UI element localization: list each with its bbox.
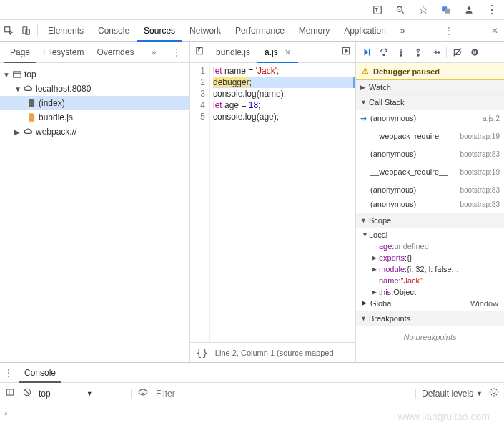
tab-page[interactable]: Page [4,42,36,63]
tab-performance[interactable]: Performance [228,20,292,42]
scope-global[interactable]: ▶GlobalWindow [356,298,504,309]
svg-point-6 [468,6,471,10]
svg-rect-28 [6,389,13,395]
translate-icon[interactable] [371,4,384,16]
step-over-icon[interactable] [376,44,392,60]
tree-bundle[interactable]: bundle.js [0,110,189,125]
menu-icon[interactable]: ⋮ [485,4,498,16]
tab-console[interactable]: Console [91,20,137,42]
tree-webpack[interactable]: ▶ webpack:// [0,125,189,139]
deactivate-bp-icon[interactable] [450,44,465,60]
drawer-tabs: ⋮ Console [0,363,504,383]
chevron-right-icon: ▶ [372,254,379,261]
drawer-tab-console[interactable]: Console [19,363,61,383]
eye-icon[interactable] [137,387,149,399]
window-icon [11,69,23,79]
step-icon[interactable] [428,44,443,60]
tab-network[interactable]: Network [182,20,228,42]
zoom-out-icon[interactable] [394,4,407,16]
code-area[interactable]: let name = 'Jack'; debugger; console.log… [210,63,355,342]
console-drawer: ⋮ Console top ▼ Default levels ▼ › [0,362,504,420]
tree-index[interactable]: (index) [0,96,189,110]
js-file-icon [26,112,37,122]
chevron-down-icon: ▼ [360,99,369,106]
chevron-down-icon: ▼ [3,71,11,79]
gutter: 1 2 3 4 5 [190,63,210,342]
toggle-sidebar-icon[interactable] [4,387,16,399]
scope-var[interactable]: name: "Jack" [356,275,504,286]
tab-overrides[interactable]: Overrides [91,42,139,63]
editor-status: {} Line 2, Column 1 (source mapped [190,342,355,362]
resume-icon[interactable] [359,44,375,60]
breakpoints-header[interactable]: ▼Breakpoints [356,311,504,326]
divider [37,24,38,37]
svg-rect-16 [369,49,370,55]
star-icon[interactable]: ☆ [417,4,430,16]
no-breakpoints-text: No breakpoints [356,327,504,347]
pause-exceptions-icon[interactable] [467,44,483,60]
warning-icon: ⚠ [362,67,369,76]
code-editor[interactable]: 1 2 3 4 5 let name = 'Jack'; debugger; c… [190,63,355,342]
step-out-icon[interactable] [410,44,426,60]
scope-var[interactable]: ▶module: {i: 32, l: false,… [356,263,504,275]
tree-top[interactable]: ▼ top [0,67,189,82]
scope-header[interactable]: ▼Scope [356,213,504,228]
inspect-icon[interactable] [0,26,17,36]
stack-frame[interactable]: ➔(anonymous)a.js:2 [356,111,504,125]
tab-elements[interactable]: Elements [41,20,91,42]
tree-host[interactable]: ▼ localhost:8080 [0,82,189,96]
svg-rect-26 [473,50,474,54]
clear-console-icon[interactable] [21,387,33,399]
profile-icon[interactable] [463,4,475,16]
navigator-overflow-icon[interactable]: » [147,47,161,57]
navigator-tabs: Page Filesystem Overrides » ⋮ [0,42,189,63]
devtools-menu-icon[interactable]: ⋮ [439,26,459,36]
svg-point-23 [438,51,440,52]
cloud-icon [23,84,34,94]
svg-point-32 [142,391,144,394]
drawer-menu-icon[interactable]: ⋮ [4,368,19,378]
close-icon[interactable]: ✕ [285,48,291,57]
file-tab-a[interactable]: a.js ✕ [257,42,298,63]
scope-local[interactable]: ▼Local [356,229,504,240]
code-line: console.log(name); [213,88,355,99]
file-tab-bundle[interactable]: bundle.js [209,42,257,63]
tabs-overflow-icon[interactable]: » [393,20,412,42]
callstack-header[interactable]: ▼Call Stack [356,95,504,110]
stack-frame[interactable]: __webpack_require__bootstrap:19 [356,125,504,147]
step-into-icon[interactable] [393,44,409,60]
code-line-active: debugger; [213,77,355,88]
svg-marker-14 [345,49,348,53]
watch-header[interactable]: ▶Watch [356,80,504,94]
code-line: console.log(age); [213,111,355,122]
console-input-row[interactable]: › [0,404,504,420]
nav-files-icon[interactable] [190,46,209,58]
devtools-close-icon[interactable]: ✕ [485,26,504,36]
svg-rect-8 [23,26,27,33]
debugger-panel: ⚠ Debugger paused ▶Watch ▼Call Stack ➔(a… [356,42,504,362]
navigator-menu-icon[interactable]: ⋮ [168,47,185,57]
tree-label: localhost:8080 [34,84,91,94]
cloud-icon [23,127,34,137]
scope-var[interactable]: ▶exports: {} [356,252,504,263]
stack-frame[interactable]: (anonymous)bootstrap:83 [356,147,504,161]
pretty-print-icon[interactable]: {} [196,347,208,359]
scope-var[interactable]: ▶this: Object [356,286,504,298]
tab-application[interactable]: Application [337,20,393,42]
run-snippet-icon[interactable] [337,46,355,58]
tab-sources[interactable]: Sources [137,20,182,42]
device-toggle-icon[interactable] [17,26,34,36]
stack-frame[interactable]: (anonymous)bootstrap:83 [356,197,504,211]
stack-frame[interactable]: (anonymous)bootstrap:83 [356,183,504,197]
tab-filesystem[interactable]: Filesystem [37,42,89,63]
settings-icon[interactable] [488,387,500,399]
scope-var[interactable]: age: undefined [356,240,504,252]
chevron-right-icon: ▶ [362,299,370,308]
google-translate-icon[interactable] [440,4,453,16]
context-selector[interactable]: top ▼ [39,389,132,399]
chevron-right-icon: ▶ [372,288,379,296]
tab-memory[interactable]: Memory [292,20,337,42]
filter-input[interactable] [154,387,410,400]
log-levels[interactable]: Default levels ▼ [415,389,483,399]
stack-frame[interactable]: __webpack_require__bootstrap:19 [356,161,504,183]
